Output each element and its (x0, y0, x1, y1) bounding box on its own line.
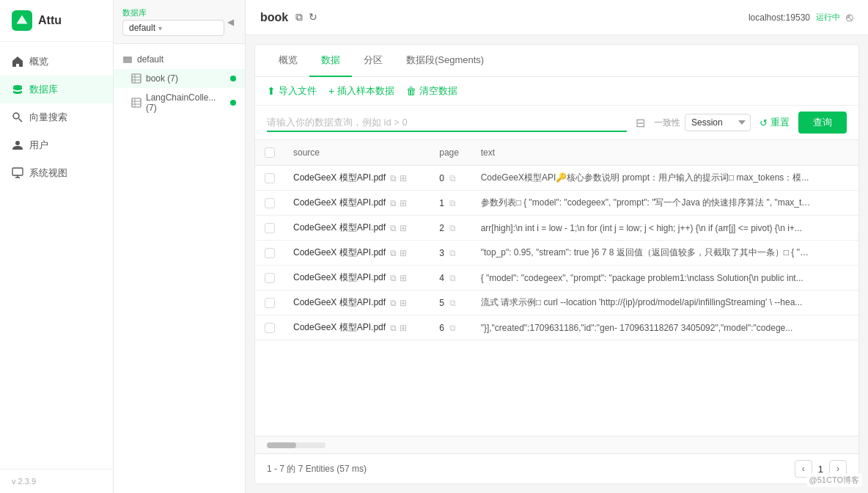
book-status-dot (230, 76, 236, 81)
query-input[interactable] (267, 117, 627, 128)
select-all-checkbox[interactable] (265, 147, 275, 158)
db-select[interactable]: default ▾ (122, 20, 224, 36)
topbar-icons: ⧉ ↻ (295, 11, 317, 23)
copy-cell-icon-5[interactable]: ⧉ (390, 298, 397, 308)
plus-icon: + (328, 85, 334, 97)
import-file-button[interactable]: ⬆ 导入文件 (267, 84, 317, 98)
scrollbar-track (267, 442, 326, 448)
copy-cell-icon-6[interactable]: ⧉ (390, 323, 397, 333)
expand-cell-icon-1[interactable]: ⊞ (400, 198, 407, 208)
copy-cell-icon-1[interactable]: ⧉ (390, 198, 397, 208)
tree-item-default-label: default (137, 54, 163, 65)
cell-text-1: 参数列表□ { "model": "codegeex", "prompt": "… (472, 191, 858, 216)
copy-cell-icon-3[interactable]: ⧉ (390, 248, 397, 258)
row-checkbox-2[interactable] (265, 223, 275, 233)
row-checkbox-1[interactable] (265, 198, 275, 208)
logo-area: Attu (0, 0, 113, 42)
copy-cell-icon-2[interactable]: ⧉ (390, 223, 397, 233)
page-copy-icon-1[interactable]: ⧉ (449, 198, 456, 208)
row-checkbox-0[interactable] (265, 173, 275, 183)
copy-cell-icon-4[interactable]: ⧉ (390, 273, 397, 283)
tab-segments[interactable]: 数据段(Segments) (394, 45, 496, 77)
consistency-select[interactable]: Session Strong Bounded Eventually (685, 114, 751, 131)
page-copy-icon-0[interactable]: ⧉ (449, 173, 456, 183)
cell-source-6: CodeGeeX 模型API.pdf ⧉ ⊞ (284, 315, 430, 340)
row-checkbox-5[interactable] (265, 298, 275, 308)
page-copy-icon-5[interactable]: ⧉ (449, 298, 456, 308)
row-checkbox-cell (255, 216, 284, 241)
sidebar-item-system-label: 系统视图 (29, 167, 67, 180)
expand-cell-icon-2[interactable]: ⊞ (400, 223, 407, 233)
logout-icon[interactable]: ⎋ (846, 11, 853, 24)
row-checkbox-3[interactable] (265, 248, 275, 258)
page-copy-icon-3[interactable]: ⧉ (449, 248, 456, 258)
row-checkbox-cell (255, 166, 284, 191)
sidebar-item-vector-search[interactable]: 向量搜索 (0, 103, 113, 131)
sidebar-item-overview-label: 概览 (29, 55, 48, 68)
expand-cell-icon-0[interactable]: ⊞ (400, 173, 407, 183)
tree-item-book-label: book (7) (146, 73, 178, 84)
data-toolbar: ⬆ 导入文件 + 插入样本数据 🗑 清空数据 (255, 77, 858, 106)
data-table-wrap: source page text CodeGeeX 模型API.pdf ⧉ ⊞ (255, 140, 858, 436)
sidebar-item-users[interactable]: 用户 (0, 131, 113, 159)
expand-cell-icon-6[interactable]: ⊞ (400, 323, 407, 333)
cell-page-6: 6 ⧉ (430, 315, 471, 340)
clear-data-button[interactable]: 🗑 清空数据 (406, 84, 457, 98)
reset-button[interactable]: ↺ 重置 (760, 116, 790, 129)
checkbox-all-header (255, 140, 284, 166)
cell-text-6: "}],"created":1709631186,"id":"gen- 1709… (472, 315, 858, 340)
copy-cell-icon-0[interactable]: ⧉ (390, 173, 397, 183)
svg-marker-0 (17, 15, 28, 24)
sidebar-item-system[interactable]: 系统视图 (0, 159, 113, 187)
cell-text-4: { "model": "codegeex", "prompt": "packag… (472, 266, 858, 291)
filter-icon[interactable]: ⊟ (636, 116, 645, 130)
expand-cell-icon-4[interactable]: ⊞ (400, 273, 407, 283)
tab-partition[interactable]: 分区 (352, 45, 394, 77)
copy-icon[interactable]: ⧉ (295, 11, 303, 23)
query-bar: ⊟ 一致性 Session Strong Bounded Eventually … (255, 106, 858, 140)
cell-source-4: CodeGeeX 模型API.pdf ⧉ ⊞ (284, 266, 430, 291)
page-copy-icon-4[interactable]: ⧉ (449, 273, 456, 283)
row-checkbox-6[interactable] (265, 323, 275, 333)
expand-cell-icon-3[interactable]: ⊞ (400, 248, 407, 258)
horizontal-scrollbar[interactable] (255, 436, 858, 453)
cell-page-3: 3 ⧉ (430, 241, 471, 266)
query-input-wrap (267, 114, 627, 132)
tab-data[interactable]: 数据 (309, 45, 352, 77)
table-row: CodeGeeX 模型API.pdf ⧉ ⊞ 1 ⧉ 参数列表□ { "mode… (255, 191, 858, 216)
sidebar-item-overview[interactable]: 概览 (0, 48, 113, 76)
cell-page-1: 1 ⧉ (430, 191, 471, 216)
page-copy-icon-2[interactable]: ⧉ (449, 223, 456, 233)
result-info: 1 - 7 的 7 Entities (57 ms) (267, 463, 367, 475)
cell-source-0: CodeGeeX 模型API.pdf ⧉ ⊞ (284, 166, 430, 191)
page-copy-icon-6[interactable]: ⧉ (449, 323, 456, 333)
insert-sample-button[interactable]: + 插入样本数据 (328, 84, 394, 98)
tree-item-langchain[interactable]: LangChainColle... (7) (114, 88, 245, 117)
upload-icon: ⬆ (267, 85, 276, 97)
row-checkbox-4[interactable] (265, 273, 275, 283)
consistency-label: 一致性 (654, 117, 680, 129)
row-checkbox-cell (255, 241, 284, 266)
refresh-icon[interactable]: ↻ (309, 11, 317, 23)
cell-text-2: arr[high]:\n int i = low - 1;\n for (int… (472, 216, 858, 241)
langchain-status-dot (230, 100, 236, 106)
search-icon (12, 112, 23, 123)
tree-item-langchain-label: LangChainColle... (7) (146, 92, 226, 113)
app-title: Attu (38, 14, 62, 27)
topbar: book ⧉ ↻ localhost:19530 运行中 ⎋ (246, 0, 868, 35)
cell-source-2: CodeGeeX 模型API.pdf ⧉ ⊞ (284, 216, 430, 241)
sidebar-item-database[interactable]: 数据库 (0, 76, 113, 103)
tree-item-default[interactable]: default (114, 50, 245, 69)
table-icon-2 (131, 98, 141, 108)
collapse-button[interactable]: ◀ (224, 16, 236, 28)
tab-overview[interactable]: 概览 (267, 45, 309, 77)
tree-item-book[interactable]: book (7) (114, 69, 245, 88)
user-icon (12, 139, 23, 151)
scrollbar-thumb[interactable] (267, 442, 296, 448)
reset-icon: ↺ (760, 117, 768, 128)
query-button[interactable]: 查询 (798, 112, 847, 134)
expand-cell-icon-5[interactable]: ⊞ (400, 298, 407, 308)
svg-rect-9 (132, 74, 141, 83)
db-panel: 数据库 default ▾ ◀ default book (7) (114, 0, 246, 493)
svg-rect-13 (132, 98, 141, 107)
